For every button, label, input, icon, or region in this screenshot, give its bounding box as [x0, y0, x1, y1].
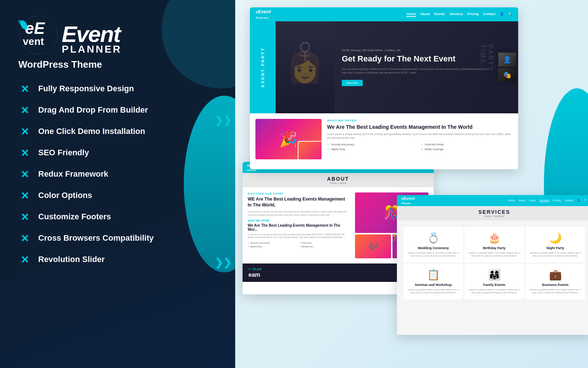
sc-hero-btn[interactable]: View More — [342, 80, 363, 86]
svg-text:eE: eE — [25, 19, 45, 37]
feature-item-revolution: Revolution Slider — [18, 253, 217, 266]
x-icon — [20, 84, 30, 94]
sc-discover-label: DISCOVER OUR STORY — [248, 192, 350, 195]
feature-item-seo: SEO Friendly — [18, 146, 217, 159]
x-icon-8 — [20, 233, 30, 243]
feature-icon-seo — [18, 146, 32, 159]
sc-about-feat-4: ✓ MediaCove... — [300, 245, 350, 248]
sc-family-desc: contrary to popular belief is not simply… — [468, 288, 521, 294]
sc-content-image — [255, 119, 322, 159]
feature-text-seo: SEO Friendly — [38, 148, 89, 158]
sc-services-nav: Home About Event Services Pricing Contac… — [508, 199, 587, 202]
sc-wedding-name: Wedding Ceremony — [407, 246, 460, 250]
feature-item-responsive: Fully Responsive Design — [18, 82, 217, 95]
sc-about-breadcrumb: Home > About — [330, 182, 347, 184]
sc-content-desc: Lorem ipsum is simply dummy text of the … — [327, 132, 513, 140]
sc-night-desc: contrary to popular belief is not simply… — [529, 251, 582, 258]
feature-icon-footers — [18, 210, 32, 223]
sc-family-name: Family Events — [468, 283, 521, 287]
feature-text-responsive: Fully Responsive Design — [38, 84, 134, 93]
feature-text-color: Color Options — [38, 191, 92, 200]
sc-main-logo: eEventPlanner — [256, 9, 271, 20]
sc-services-nav-home: Home — [508, 199, 515, 202]
sc-night-name: Night Party — [529, 246, 582, 250]
sc-feature-food: Food And Drinks — [421, 143, 513, 146]
sc-services-nav-user: 👤 — [577, 199, 580, 202]
sc-main-nav: Home About Events Services Pricing Conta… — [406, 12, 512, 17]
sc-service-family: 👨‍👩‍👧 Family Events contrary to popular … — [464, 263, 525, 300]
logo-text-block: Event PLANNER — [62, 23, 122, 55]
sc-feature-nights: Nights Party — [327, 148, 419, 151]
sc-about-feat-3: ✓ Nights Party — [248, 245, 298, 248]
sc-nav-services: Services — [449, 12, 463, 17]
svg-text:vent: vent — [23, 36, 44, 47]
feature-item-redux: Redux Framework — [18, 167, 217, 181]
sc-services-nav-about: About — [519, 199, 525, 202]
sc-services-nav-services: Services — [539, 199, 549, 202]
sc-about-what-offer: WHAT WE OFFER — [248, 219, 350, 222]
sc-nav-about: About — [420, 12, 430, 17]
sc-services-nav-contact: Contact — [564, 199, 573, 202]
sc-business-name: Business Events — [529, 283, 582, 287]
sc-services-grid: 💍 Wedding Ceremony contrary to popular b… — [397, 220, 588, 306]
arrow-right-bottom: ❯❯ — [215, 256, 232, 269]
sc-services-navbar: eEventPlanner Home About Event Services … — [397, 195, 588, 206]
sc-about-offer-title: We Are The Best Leading Events Managemen… — [248, 223, 350, 231]
feature-item-footers: Customize Footers — [18, 210, 217, 223]
sc-nav-events: Events — [434, 12, 445, 17]
x-icon-7 — [20, 212, 30, 222]
feature-item-browsers: Cross Browsers Compatibility — [18, 231, 217, 245]
logo-icon: eE vent — [18, 15, 59, 55]
sc-services-nav-event: Event — [529, 199, 536, 202]
sc-main-navbar: eEventPlanner Home About Events Services… — [250, 7, 518, 21]
logo-event-text: Event — [62, 23, 122, 46]
sc-service-birthday: 🎂 Birthday Party contrary to popular bel… — [464, 226, 525, 263]
sc-about-feat-1: ✓ Security and privacy — [248, 241, 298, 244]
sc-content-text: WHAT WE OFFER We Are The Best Leading Ev… — [327, 119, 513, 163]
sc-services-page-header: SERVICES Home > Services — [397, 206, 588, 220]
sc-content-image-small — [298, 141, 322, 159]
sc-hero-date: 25-30 January | 60 Guild Street , London… — [342, 49, 489, 52]
sc-business-icon: 💼 — [529, 269, 582, 281]
feature-icon-color — [18, 189, 32, 202]
feature-icon-redux — [18, 167, 32, 181]
sc-what-we-offer: WHAT WE OFFER — [327, 119, 513, 122]
sc-services-nav-search: 🔍 — [584, 199, 587, 202]
sc-seminar-icon: 📋 — [407, 269, 460, 281]
sc-services-breadcrumb: Home > Services — [403, 215, 586, 217]
sc-service-wedding: 💍 Wedding Ceremony contrary to popular b… — [403, 226, 464, 263]
x-icon-5 — [20, 169, 30, 179]
x-icon-4 — [20, 148, 30, 158]
sc-about-text: DISCOVER OUR STORY WE Are The Best Leadi… — [248, 192, 350, 258]
feature-icon-revolution — [18, 253, 32, 266]
sc-content-features: Security and privacy Food And Drinks Nig… — [327, 143, 513, 151]
sc-hero-sidebar: EVENT PARTY — [250, 21, 276, 113]
x-icon-2 — [20, 105, 30, 115]
sc-hero-woman-image: 👩 — [276, 21, 334, 113]
sc-party-time-text: PARTY TIME — [479, 45, 494, 91]
sc-nav-home: Home — [406, 12, 416, 17]
sc-family-icon: 👨‍👩‍👧 — [468, 269, 521, 281]
sc-birthday-name: Birthday Party — [468, 246, 521, 250]
feature-icon-responsive — [18, 82, 32, 95]
sc-wedding-icon: 💍 — [407, 232, 460, 244]
x-icon-6 — [20, 190, 30, 201]
x-icon-3 — [20, 126, 30, 137]
sc-birthday-desc: contrary to popular belief is not simply… — [468, 251, 521, 258]
sc-services-logo: eEventPlanner — [401, 196, 415, 205]
sc-about-page-header: ABOUT Home > About — [243, 173, 434, 187]
feature-item-color: Color Options — [18, 189, 217, 202]
sc-hero-title: Get Ready for The Next Event — [342, 54, 489, 64]
sc-night-icon: 🌙 — [529, 232, 582, 244]
sc-hero-image-area: 👩 25-30 January | 60 Guild Street , Lond… — [276, 21, 518, 113]
wp-theme-label: WordPress Theme — [18, 59, 217, 70]
feature-text-redux: Redux Framework — [38, 169, 108, 179]
sc-feature-security: Security and privacy — [327, 143, 419, 146]
feature-text-oneclick: One Click Demo Installation — [38, 127, 145, 136]
sc-content-row: WHAT WE OFFER We Are The Best Leading Ev… — [250, 113, 518, 169]
sc-nav-user-icon: 👤 — [500, 12, 504, 17]
sc-my-team-label: Y TEAM — [248, 268, 262, 271]
feature-text-revolution: Revolution Slider — [38, 255, 105, 264]
sc-hero-section: EVENT PARTY 👩 25-30 January | 60 Guild S… — [250, 21, 518, 113]
feature-text-dragdrop: Drag And Drop From Builder — [38, 105, 148, 115]
